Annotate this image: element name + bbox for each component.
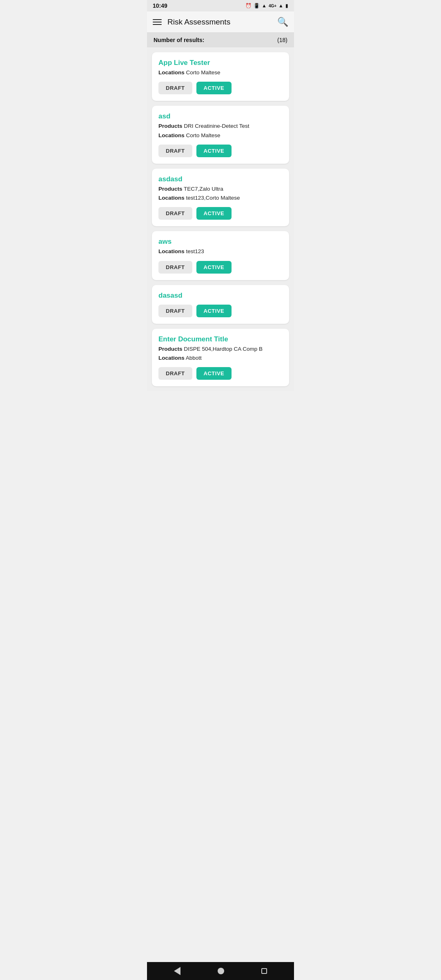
list-item[interactable]: asdasd Products TEC7,Zalo UltraLocations…	[152, 169, 289, 227]
draft-button[interactable]: DRAFT	[158, 367, 192, 380]
card-actions: DRAFT ACTIVE	[158, 261, 283, 274]
active-button[interactable]: ACTIVE	[196, 305, 232, 317]
cards-list: App Live Tester Locations Corto Maltese …	[147, 47, 294, 391]
card-actions: DRAFT ACTIVE	[158, 305, 283, 317]
active-button[interactable]: ACTIVE	[196, 207, 232, 220]
results-count: (18)	[277, 37, 287, 43]
list-item[interactable]: Enter Document Title Products DISPE 504,…	[152, 329, 289, 387]
signal-icon: ▲	[278, 3, 283, 9]
draft-button[interactable]: DRAFT	[158, 261, 192, 274]
alarm-icon: ⏰	[245, 3, 252, 9]
card-meta: Products DRI Creatinine-Detect Test	[158, 122, 283, 130]
wifi-icon: ▲	[262, 3, 267, 9]
active-button[interactable]: ACTIVE	[196, 82, 232, 94]
battery-icon: ▮	[285, 3, 288, 9]
card-actions: DRAFT ACTIVE	[158, 207, 283, 220]
card-title: asd	[158, 112, 283, 120]
search-button[interactable]: 🔍	[277, 17, 288, 27]
menu-button[interactable]	[153, 19, 162, 25]
draft-button[interactable]: DRAFT	[158, 207, 192, 220]
card-meta: Locations Corto Maltese	[158, 131, 283, 140]
draft-button[interactable]: DRAFT	[158, 82, 192, 94]
vibrate-icon: 📳	[254, 3, 260, 9]
card-meta: Locations test123	[158, 247, 283, 256]
draft-button[interactable]: DRAFT	[158, 305, 192, 317]
app-bar-left: Risk Assessments	[153, 18, 230, 27]
active-button[interactable]: ACTIVE	[196, 261, 232, 274]
status-icons: ⏰ 📳 ▲ 4G+ ▲ ▮	[245, 3, 288, 9]
list-item[interactable]: dasasd DRAFT ACTIVE	[152, 285, 289, 324]
card-actions: DRAFT ACTIVE	[158, 367, 283, 380]
app-bar: Risk Assessments 🔍	[147, 11, 294, 33]
4g-icon: 4G+	[269, 4, 276, 8]
card-title: dasasd	[158, 292, 283, 300]
draft-button[interactable]: DRAFT	[158, 145, 192, 157]
card-title: aws	[158, 238, 283, 246]
card-meta: Locations test123,Corto Maltese	[158, 194, 283, 202]
card-meta: Locations Abbott	[158, 354, 283, 362]
list-item[interactable]: asd Products DRI Creatinine-Detect TestL…	[152, 106, 289, 164]
card-title: Enter Document Title	[158, 335, 283, 343]
card-meta: Products TEC7,Zalo Ultra	[158, 185, 283, 193]
card-meta: Locations Corto Maltese	[158, 69, 283, 77]
list-item[interactable]: aws Locations test123 DRAFT ACTIVE	[152, 231, 289, 280]
card-title: App Live Tester	[158, 59, 283, 67]
active-button[interactable]: ACTIVE	[196, 367, 232, 380]
list-item[interactable]: App Live Tester Locations Corto Maltese …	[152, 52, 289, 101]
app-bar-title: Risk Assessments	[167, 18, 230, 27]
status-bar: 10:49 ⏰ 📳 ▲ 4G+ ▲ ▮	[147, 0, 294, 11]
results-bar: Number of results: (18)	[147, 33, 294, 47]
status-time: 10:49	[153, 2, 167, 9]
results-label: Number of results:	[154, 37, 204, 43]
card-meta: Products DISPE 504,Hardtop CA Comp B	[158, 345, 283, 353]
card-actions: DRAFT ACTIVE	[158, 82, 283, 94]
card-title: asdasd	[158, 175, 283, 183]
active-button[interactable]: ACTIVE	[196, 145, 232, 157]
card-actions: DRAFT ACTIVE	[158, 145, 283, 157]
